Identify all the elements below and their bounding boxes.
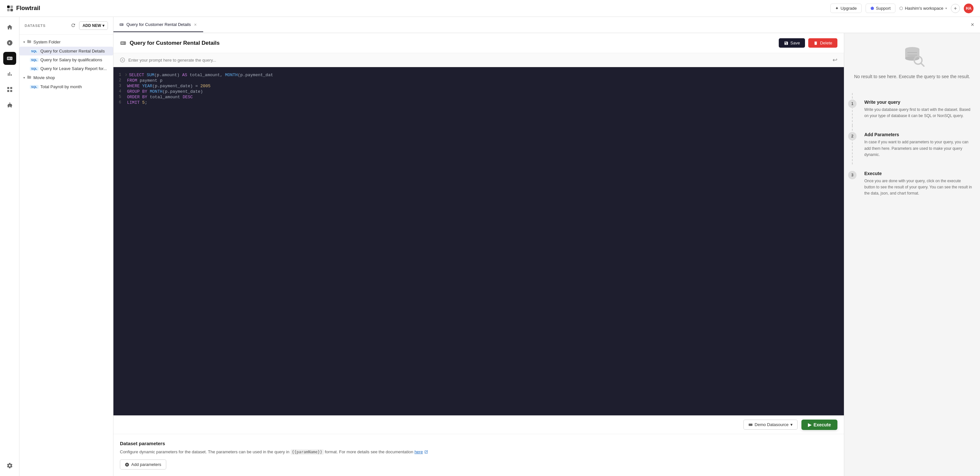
code-line: 6 LIMIT 5; [113,100,844,105]
query-left-panel: Query for Customer Rental Details Save D… [113,33,844,476]
chevron-down-icon: ▾ [102,23,104,28]
folder-icon [27,75,32,80]
add-parameters-button[interactable]: Add parameters [120,460,166,470]
sidebar-item-home[interactable] [3,21,16,34]
workspace-selector[interactable]: ⬡ Hashim's workspace ▾ [899,6,947,11]
no-result-text: No result to see here. Execute the query… [852,73,972,80]
play-icon: ▶ [808,422,811,427]
step-title: Add Parameters [864,132,972,137]
sql-badge: SQL [30,49,38,53]
upgrade-icon: ✦ [835,6,839,11]
line-code: WHERE YEAR(p.payment_date) = 2005 [127,84,844,89]
svg-rect-3 [10,9,13,11]
step-number: 3 [848,171,856,179]
query-title: Query for Customer Rental Details [130,40,220,46]
dataset-tab-icon [119,22,124,27]
line-code: GROUP BY MONTH(p.payment_date) [127,89,844,94]
line-code: FROM payment p [127,78,844,83]
dataset-params: Dataset parameters Configure dynamic par… [113,434,844,476]
add-new-icon-button[interactable]: + [951,4,960,13]
code-line: 4 GROUP BY MONTH(p.payment_date) [113,89,844,94]
tab-query-rental[interactable]: Query for Customer Rental Details × [113,18,203,32]
folder-system-label: System Folder [33,40,60,45]
chevron-icon: ▾ [23,76,25,80]
workspace-icon: ⬡ [899,6,903,11]
sql-badge: SQL [30,58,38,62]
support-button[interactable]: ⬟ Support [865,3,896,13]
line-code: LIMIT 5; [127,100,844,105]
svg-rect-0 [7,5,10,8]
step-description: Once you are done with your query, click… [864,178,972,197]
avatar[interactable]: HA [964,3,974,13]
datasource-button[interactable]: Demo Datasource ▾ [743,420,798,430]
ai-send-button[interactable]: ↩ [832,56,837,64]
icon-sidebar [0,17,19,476]
no-result-svg [899,43,925,69]
svg-rect-1 [10,5,13,8]
sql-badge: SQL [30,67,38,71]
line-code: SELECT SUM(p.amount) AS total_amount, MO… [129,73,844,78]
svg-line-11 [921,63,924,66]
query-right-panel: No result to see here. Execute the query… [844,33,980,476]
window-close-button[interactable]: × [965,17,980,33]
line-number: 3 [113,84,125,88]
add-new-button[interactable]: ADD NEW ▾ [79,21,108,30]
code-line: 5 ORDER BY total_amount DESC [113,94,844,100]
tree-item-label: Query for Leave Salary Report for... [40,66,107,71]
sidebar-item-grid[interactable] [3,83,16,96]
folder-movie-shop-label: Movie shop [33,75,55,80]
line-code: ORDER BY total_amount DESC [127,95,844,100]
tree-item-label: Query for Customer Rental Details [40,49,105,54]
save-button[interactable]: Save [779,38,805,48]
top-nav: Flowtrail ✦ Upgrade ⬟ Support ⬡ Hashim's… [0,0,980,17]
code-editor[interactable]: 1❯SELECT SUM(p.amount) AS total_amount, … [113,67,844,416]
dataset-panel: DATASETS ADD NEW ▾ ▾ System Folder [19,17,113,476]
tree-item-total-payroll[interactable]: SQL Total Payroll by month [19,82,113,91]
step-title: Write your query [864,100,972,105]
tree-item-label: Query for Salary by qualifications [40,57,102,62]
step-description: Write you database query first to start … [864,107,972,119]
flowtrail-logo-icon [6,5,14,12]
logo-text: Flowtrail [16,5,40,12]
datasource-icon [748,422,753,427]
refresh-button[interactable] [70,22,76,30]
tree-item-query-rental[interactable]: SQL Query for Customer Rental Details [19,47,113,56]
no-result-icon-area [852,43,972,69]
main-content: Query for Customer Rental Details × × Qu… [113,17,980,476]
line-number: 1 [113,73,125,77]
sidebar-item-chart[interactable] [3,67,16,80]
folder-system[interactable]: ▾ System Folder [19,37,113,47]
sidebar-item-settings[interactable] [3,459,16,472]
folder-movie-shop[interactable]: ▾ Movie shop [19,73,113,82]
delete-button[interactable]: Delete [808,38,837,48]
code-line: 1❯SELECT SUM(p.amount) AS total_amount, … [113,72,844,78]
svg-rect-2 [7,9,10,11]
line-number: 5 [113,95,125,99]
sql-badge: SQL [30,85,38,89]
upgrade-button[interactable]: ✦ Upgrade [830,3,862,13]
help-step: 2Add ParametersIn case if you want to ad… [852,126,972,164]
query-bottom-bar: Demo Datasource ▾ ▶ Execute [113,416,844,434]
chevron-icon: ▾ [23,40,25,44]
chevron-down-icon: ▾ [945,6,947,10]
line-number: 4 [113,89,125,94]
help-steps: 1Write your queryWrite you database quer… [852,93,972,203]
sidebar-item-dataset[interactable] [3,52,16,65]
execute-button[interactable]: ▶ Execute [802,420,837,430]
params-docs-link[interactable]: here [415,449,423,454]
sidebar-item-rocket[interactable] [3,36,16,49]
tree-item-query-salary[interactable]: SQL Query for Salary by qualifications [19,56,113,64]
tab-bar: Query for Customer Rental Details × × [113,17,980,33]
ai-prompt-input[interactable] [128,58,829,62]
params-desc: Configure dynamic parameters for the dat… [120,449,837,455]
help-step: 3ExecuteOnce you are done with your quer… [852,164,972,203]
query-header: Query for Customer Rental Details Save D… [113,33,844,53]
help-step: 1Write your queryWrite you database quer… [852,93,972,126]
main-layout: DATASETS ADD NEW ▾ ▾ System Folder [0,17,980,476]
datasets-title: DATASETS [25,24,46,27]
tree-item-query-leave[interactable]: SQL Query for Leave Salary Report for... [19,64,113,73]
sidebar-item-bot[interactable] [3,99,16,111]
tab-close-button[interactable]: × [194,22,197,27]
save-icon [784,41,789,45]
ai-icon [120,57,125,62]
